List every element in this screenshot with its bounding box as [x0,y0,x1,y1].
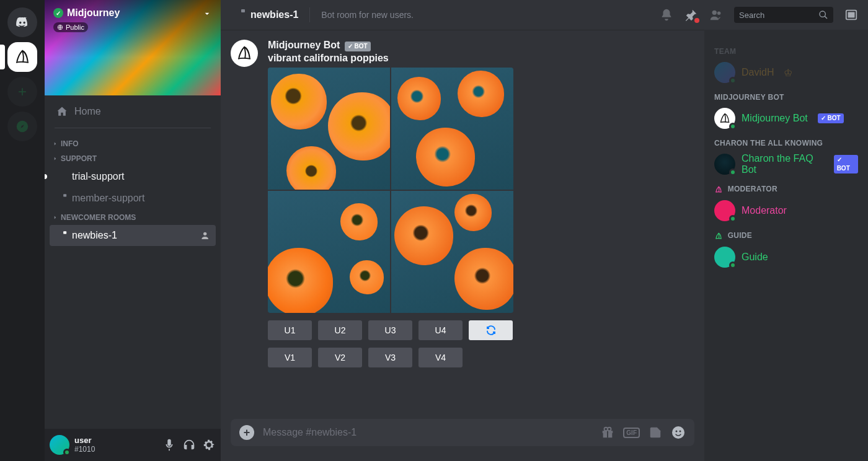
variation-v3-button[interactable]: V3 [368,348,412,367]
message-placeholder: Message #newbies-1 [263,427,592,438]
role-header: GUIDE [709,224,863,244]
member-name: DavidH [742,67,774,78]
bell-icon [660,8,673,22]
sticker-button[interactable] [649,426,662,439]
self-avatar[interactable] [50,435,69,455]
member-item[interactable]: Moderator [709,198,863,224]
people-icon [709,8,723,22]
midjourney-sail-icon [714,232,723,240]
members-toggle[interactable] [709,8,723,22]
channel-member-support[interactable]: member-support [50,188,216,209]
divider [55,128,211,128]
public-badge: Public [53,22,88,32]
active-server-indicator [0,45,5,69]
attach-button[interactable]: + [239,425,254,440]
hashtag-lock-icon [55,192,67,204]
variation-v2-button[interactable]: V2 [318,348,362,367]
member-name: Moderator [742,205,787,216]
channel-list[interactable]: Home INFO SUPPORT trial-support member-s… [45,95,221,429]
message-input[interactable]: + Message #newbies-1 GIF [231,419,694,446]
grid-image-3 [268,191,390,313]
grid-image-4 [391,191,513,313]
upscale-u4-button[interactable]: U4 [418,320,463,340]
server-midjourney[interactable] [7,42,37,72]
author-name[interactable]: Midjourney Bot [268,40,340,51]
svg-rect-2 [63,194,66,196]
channel-newbies-1[interactable]: newbies-1 [50,225,216,246]
crown-icon: ♔ [784,67,792,79]
emoji-icon [671,425,686,440]
midjourney-sail-icon [235,44,254,63]
member-avatar [714,154,735,175]
self-user-info[interactable]: user #1010 [74,436,157,453]
explore-servers-button[interactable] [7,112,37,141]
reroll-button[interactable] [469,320,513,340]
gift-button[interactable] [601,426,614,439]
gear-icon [202,438,216,452]
emoji-button[interactable] [671,425,686,440]
compose-area: + Message #newbies-1 GIF [221,419,704,461]
sticker-icon [649,426,662,439]
message-list[interactable]: Midjourney Bot ✓ BOT vibrant california … [221,30,704,419]
add-member-icon[interactable] [201,230,211,240]
sidebar-home[interactable]: Home [50,100,216,123]
svg-point-16 [672,426,684,439]
channel-trial-support[interactable]: trial-support [50,166,216,187]
message: Midjourney Bot ✓ BOT vibrant california … [231,40,694,367]
category-support[interactable]: SUPPORT [50,151,216,165]
category-newcomer-rooms[interactable]: NEWCOMER ROOMS [50,209,216,224]
member-name: Midjourney Bot [742,113,808,124]
chevron-right-icon [52,141,58,147]
pinned-button[interactable] [684,8,698,22]
channel-topbar: newbies-1 Bot room for new users. Search [221,0,868,30]
member-item[interactable]: DavidH♔ [709,59,863,86]
upscale-u2-button[interactable]: U2 [318,320,362,340]
user-panel: user #1010 [45,429,221,461]
inbox-icon [844,8,858,22]
inbox-button[interactable] [844,8,858,22]
search-icon [818,10,828,20]
threads-button[interactable] [635,8,649,22]
member-avatar [714,247,735,268]
refresh-icon [485,325,497,336]
gif-button[interactable]: GIF [623,428,640,438]
member-item[interactable]: Midjourney Bot✓ BOT [709,105,863,131]
image-grid[interactable] [268,68,513,313]
variation-v4-button[interactable]: V4 [418,348,463,367]
channel-topic[interactable]: Bot room for new users. [321,10,630,20]
member-item[interactable]: Charon the FAQ Bot✓ BOT [709,151,863,177]
mic-icon [162,438,176,452]
upscale-u3-button[interactable]: U3 [368,320,412,340]
hashtag-lock-icon [55,229,67,242]
prompt-text: vibrant california poppies [268,53,694,64]
member-item[interactable]: Guide [709,244,863,270]
variation-v1-button[interactable]: V1 [268,348,312,367]
server-dropdown-icon[interactable] [202,9,212,19]
headphones-icon [182,438,196,452]
svg-point-7 [717,12,721,15]
deafen-button[interactable] [182,438,196,452]
chevron-down-icon [202,9,212,19]
settings-button[interactable] [202,438,216,452]
server-header[interactable]: ✓ Midjourney Public [45,0,221,95]
status-dot-icon [729,123,737,130]
notifications-button[interactable] [660,8,673,22]
hashtag-icon [55,170,67,183]
search-input[interactable]: Search [734,7,833,23]
member-list[interactable]: TEAMDavidH♔MIDJOURNEY BOTMidjourney Bot✓… [704,30,868,461]
bot-badge: ✓ BOT [345,42,370,51]
status-dot-icon [729,261,737,269]
upscale-u1-button[interactable]: U1 [268,320,312,340]
svg-point-8 [820,11,825,17]
channel-title: newbies-1 [250,9,298,20]
notification-dot-icon [694,18,699,23]
discord-home-button[interactable] [7,7,37,37]
add-server-button[interactable]: + [7,77,37,107]
member-avatar [714,200,735,221]
mute-button[interactable] [162,438,176,452]
author-avatar[interactable] [231,40,258,67]
server-bar: + [0,0,45,461]
svg-rect-10 [848,12,855,17]
category-info[interactable]: INFO [50,136,216,151]
channel-sidebar: ✓ Midjourney Public Home IN [45,0,221,461]
